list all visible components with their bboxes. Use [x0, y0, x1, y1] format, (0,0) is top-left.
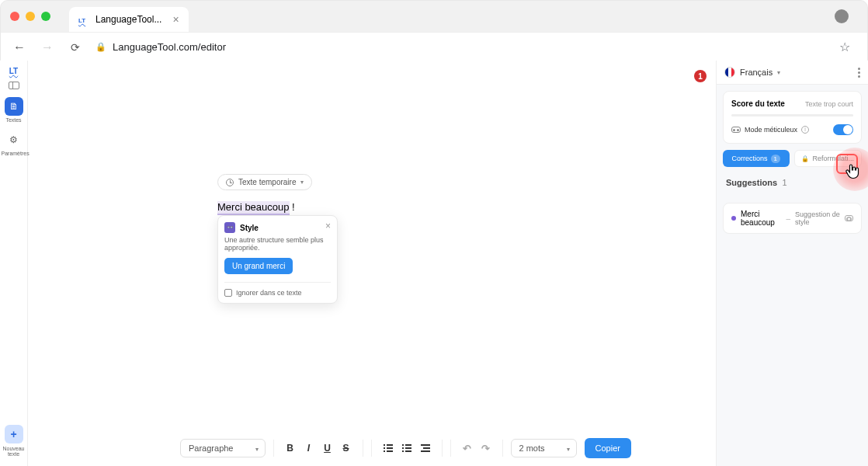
- format-group-history: ↶ ↷: [450, 440, 503, 457]
- lt-logo-icon[interactable]: LT: [9, 67, 18, 75]
- goggles-icon: [731, 127, 741, 133]
- gear-icon: ⚙: [5, 130, 23, 149]
- word-count-select[interactable]: 2 mots ▾: [511, 439, 577, 457]
- document-name-pill[interactable]: Texte temporaire ▾: [217, 174, 312, 190]
- panel-menu-button[interactable]: [858, 68, 860, 78]
- style-dot-icon: [731, 216, 736, 221]
- bullet-list-icon: [402, 444, 411, 452]
- score-progress-bar: [731, 114, 853, 116]
- forward-button[interactable]: →: [40, 40, 55, 54]
- error-count-badge[interactable]: 1: [694, 70, 707, 82]
- panel-right: Français ▾ Score du texte Texte trop cou…: [716, 61, 868, 466]
- info-icon[interactable]: i: [801, 126, 809, 134]
- redo-button[interactable]: ↷: [477, 440, 495, 457]
- suggestions-heading: Suggestions: [726, 178, 777, 187]
- bookmark-star-icon[interactable]: ☆: [839, 40, 850, 54]
- tab-reformulations[interactable]: 🔒 Reformulati...: [794, 150, 863, 167]
- address-bar[interactable]: 🔒 LanguageTool.com/editor: [95, 41, 827, 53]
- suggestion-popup: 👓 Style × Une autre structure semble plu…: [217, 215, 338, 304]
- language-select[interactable]: Français: [740, 68, 773, 77]
- sidebar-item-textes[interactable]: 🗎 Textes: [2, 97, 26, 123]
- bullet-list-button[interactable]: [398, 440, 415, 457]
- document-name: Texte temporaire: [238, 178, 296, 186]
- popup-category: Style: [240, 224, 259, 232]
- suggestion-phrase: Merci beaucoup: [741, 210, 782, 227]
- copy-button[interactable]: Copier: [585, 438, 631, 458]
- popup-close-button[interactable]: ×: [325, 221, 331, 231]
- suggestions-section: Suggestions 1: [717, 167, 868, 196]
- style-icon: 👓: [224, 222, 235, 233]
- chevron-down-icon: ▾: [567, 446, 570, 453]
- trailing-text: !: [290, 201, 295, 213]
- suggestion-type: Suggestion de style: [795, 210, 840, 226]
- tab-bar: LanguageTool... ×: [1, 1, 867, 32]
- picky-mode-row: Mode méticuleux i: [731, 124, 853, 135]
- numbered-list-button[interactable]: [380, 440, 397, 457]
- chevron-down-icon[interactable]: ▾: [777, 69, 780, 76]
- tab-favicon: [78, 14, 89, 25]
- panel-header: Français ▾: [717, 61, 868, 85]
- sidebar-item-label: Textes: [2, 117, 26, 123]
- score-title: Score du texte: [731, 99, 785, 108]
- tab-close-icon[interactable]: ×: [172, 13, 179, 26]
- popup-description: Une autre structure semble plus appropri…: [224, 236, 331, 252]
- sidebar-item-nouveau-texte[interactable]: + Nouveau texte: [2, 425, 26, 457]
- score-card: Score du texte Texte trop court Mode mét…: [723, 91, 862, 144]
- clock-icon: [226, 179, 234, 186]
- format-group-text: B I U S: [273, 440, 363, 457]
- apply-suggestion-button[interactable]: Un grand merci: [224, 258, 293, 274]
- ignore-icon: [224, 289, 232, 297]
- url-text: LanguageTool.com/editor: [113, 41, 226, 53]
- highlighted-text[interactable]: Merci beaucoup: [217, 201, 290, 215]
- window-maximize-button[interactable]: [41, 12, 50, 21]
- sidebar-item-parametres[interactable]: ⚙ Paramètres: [2, 130, 26, 156]
- editor-main: 1 Texte temporaire ▾ Merci beaucoup ! 👓 …: [28, 61, 716, 466]
- indent-button[interactable]: [417, 440, 434, 457]
- ignore-label: Ignorer dans ce texte: [236, 289, 302, 297]
- indent-icon: [421, 444, 430, 452]
- sidebar-top-icons: LT: [9, 67, 19, 89]
- underline-button[interactable]: U: [319, 440, 336, 457]
- tab-label: Reformulati...: [812, 155, 854, 162]
- tab-count: 1: [771, 155, 780, 163]
- tab-title: LanguageTool...: [95, 14, 161, 25]
- url-bar: ← → ⟳ 🔒 LanguageTool.com/editor ☆: [1, 32, 867, 61]
- sidebar-left: LT 🗎 Textes ⚙ Paramètres + Nouveau texte: [0, 61, 28, 466]
- picky-mode-toggle[interactable]: [833, 124, 853, 135]
- undo-button[interactable]: ↶: [459, 440, 476, 457]
- word-count-value: 2 mots: [519, 443, 545, 453]
- chevron-down-icon: ▾: [255, 446, 259, 453]
- goggles-icon: [845, 215, 853, 221]
- ignore-button[interactable]: Ignorer dans ce texte: [224, 282, 331, 297]
- browser-chrome: LanguageTool... × ← → ⟳ 🔒 LanguageTool.c…: [0, 0, 868, 61]
- sidebar-item-label: Paramètres: [2, 151, 26, 156]
- format-select[interactable]: Paragraphe ▾: [180, 439, 266, 457]
- app-root: LT 🗎 Textes ⚙ Paramètres + Nouveau texte…: [0, 61, 868, 466]
- chevron-down-icon: ▾: [300, 179, 304, 186]
- lock-icon: 🔒: [801, 155, 809, 162]
- suggestion-separator: –: [786, 214, 791, 223]
- document-icon: 🗎: [5, 97, 23, 116]
- window-close-button[interactable]: [10, 12, 19, 21]
- back-button[interactable]: ←: [12, 40, 27, 54]
- window-minimize-button[interactable]: [26, 12, 35, 21]
- plus-icon: +: [5, 425, 23, 443]
- reload-button[interactable]: ⟳: [68, 41, 83, 54]
- browser-tab[interactable]: LanguageTool... ×: [69, 7, 189, 32]
- suggestion-list-item[interactable]: Merci beaucoup – Suggestion de style: [723, 203, 862, 234]
- flag-fr-icon: [724, 67, 735, 78]
- sidebar-item-label: Nouveau texte: [2, 446, 26, 457]
- profile-avatar[interactable]: [835, 9, 849, 23]
- suggestions-count: 1: [782, 178, 786, 187]
- tab-corrections[interactable]: Corrections 1: [723, 150, 790, 167]
- format-group-list: [371, 440, 443, 457]
- italic-button[interactable]: I: [300, 440, 318, 457]
- format-select-value: Paragraphe: [189, 443, 234, 453]
- panel-toggle-icon[interactable]: [9, 82, 19, 89]
- bold-button[interactable]: B: [282, 440, 299, 457]
- tab-label: Corrections: [732, 155, 768, 162]
- lock-icon: 🔒: [95, 42, 106, 52]
- strikethrough-button[interactable]: S: [338, 440, 355, 457]
- score-subtitle: Texte trop court: [805, 100, 853, 108]
- editor-content[interactable]: Merci beaucoup !: [217, 201, 716, 213]
